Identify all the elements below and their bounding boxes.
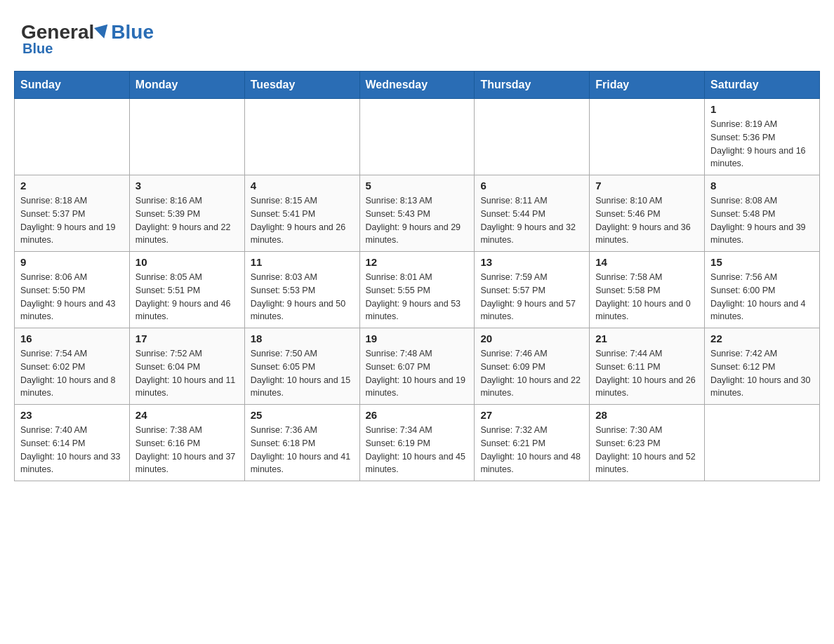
calendar-cell: 24Sunrise: 7:38 AMSunset: 6:16 PMDayligh… xyxy=(129,405,244,481)
calendar-cell: 23Sunrise: 7:40 AMSunset: 6:14 PMDayligh… xyxy=(15,405,130,481)
weekday-header-thursday: Thursday xyxy=(475,72,590,99)
day-number: 27 xyxy=(480,409,583,421)
day-info: Sunrise: 7:42 AMSunset: 6:12 PMDaylight:… xyxy=(710,347,814,400)
calendar-cell: 16Sunrise: 7:54 AMSunset: 6:02 PMDayligh… xyxy=(15,328,130,405)
calendar-cell: 13Sunrise: 7:59 AMSunset: 5:57 PMDayligh… xyxy=(475,252,590,328)
day-info: Sunrise: 7:50 AMSunset: 6:05 PMDaylight:… xyxy=(251,347,354,400)
day-number: 21 xyxy=(595,333,699,344)
day-number: 23 xyxy=(20,409,124,421)
day-number: 28 xyxy=(595,409,699,421)
calendar-cell: 8Sunrise: 8:08 AMSunset: 5:48 PMDaylight… xyxy=(705,175,820,252)
calendar-week-row: 1Sunrise: 8:19 AMSunset: 5:36 PMDaylight… xyxy=(15,99,820,175)
day-info: Sunrise: 7:59 AMSunset: 5:57 PMDaylight:… xyxy=(480,271,583,323)
day-info: Sunrise: 8:10 AMSunset: 5:46 PMDaylight:… xyxy=(595,194,699,247)
day-info: Sunrise: 7:52 AMSunset: 6:04 PMDaylight:… xyxy=(135,347,239,400)
day-number: 18 xyxy=(251,333,354,344)
day-info: Sunrise: 7:46 AMSunset: 6:09 PMDaylight:… xyxy=(480,347,583,400)
calendar-cell: 19Sunrise: 7:48 AMSunset: 6:07 PMDayligh… xyxy=(359,328,475,405)
calendar-header-row: SundayMondayTuesdayWednesdayThursdayFrid… xyxy=(15,72,820,99)
day-number: 26 xyxy=(366,409,469,421)
calendar-cell: 10Sunrise: 8:05 AMSunset: 5:51 PMDayligh… xyxy=(129,252,244,328)
calendar-cell: 26Sunrise: 7:34 AMSunset: 6:19 PMDayligh… xyxy=(359,405,475,481)
calendar-cell: 25Sunrise: 7:36 AMSunset: 6:18 PMDayligh… xyxy=(244,405,359,481)
calendar-week-row: 2Sunrise: 8:18 AMSunset: 5:37 PMDaylight… xyxy=(15,175,820,252)
page-header: General Blue Blue xyxy=(14,14,820,57)
day-number: 14 xyxy=(595,256,699,268)
day-number: 3 xyxy=(135,180,239,192)
day-info: Sunrise: 7:38 AMSunset: 6:16 PMDaylight:… xyxy=(135,424,239,476)
weekday-header-saturday: Saturday xyxy=(705,72,820,99)
calendar-cell: 12Sunrise: 8:01 AMSunset: 5:55 PMDayligh… xyxy=(359,252,475,328)
calendar-cell xyxy=(359,99,475,175)
calendar-week-row: 23Sunrise: 7:40 AMSunset: 6:14 PMDayligh… xyxy=(15,405,820,481)
day-info: Sunrise: 7:58 AMSunset: 5:58 PMDaylight:… xyxy=(595,271,699,323)
calendar-cell xyxy=(244,99,359,175)
calendar-cell: 14Sunrise: 7:58 AMSunset: 5:58 PMDayligh… xyxy=(590,252,705,328)
day-info: Sunrise: 7:44 AMSunset: 6:11 PMDaylight:… xyxy=(595,347,699,400)
day-info: Sunrise: 8:16 AMSunset: 5:39 PMDaylight:… xyxy=(135,194,239,247)
day-number: 9 xyxy=(20,256,124,268)
day-number: 10 xyxy=(135,256,239,268)
day-number: 5 xyxy=(366,180,469,192)
day-number: 15 xyxy=(710,256,814,268)
day-info: Sunrise: 8:19 AMSunset: 5:36 PMDaylight:… xyxy=(710,118,814,170)
day-info: Sunrise: 8:01 AMSunset: 5:55 PMDaylight:… xyxy=(366,271,469,323)
day-info: Sunrise: 8:18 AMSunset: 5:37 PMDaylight:… xyxy=(20,194,124,247)
logo-blue: Blue xyxy=(111,21,154,43)
calendar-cell: 3Sunrise: 8:16 AMSunset: 5:39 PMDaylight… xyxy=(129,175,244,252)
weekday-header-tuesday: Tuesday xyxy=(244,72,359,99)
day-number: 20 xyxy=(480,333,583,344)
day-number: 8 xyxy=(710,180,814,192)
calendar-cell xyxy=(705,405,820,481)
day-number: 1 xyxy=(710,103,814,115)
calendar-cell: 11Sunrise: 8:03 AMSunset: 5:53 PMDayligh… xyxy=(244,252,359,328)
calendar-cell: 7Sunrise: 8:10 AMSunset: 5:46 PMDaylight… xyxy=(590,175,705,252)
day-number: 4 xyxy=(251,180,354,192)
day-number: 22 xyxy=(710,333,814,344)
calendar-cell: 18Sunrise: 7:50 AMSunset: 6:05 PMDayligh… xyxy=(244,328,359,405)
calendar-cell: 5Sunrise: 8:13 AMSunset: 5:43 PMDaylight… xyxy=(359,175,475,252)
calendar-cell: 28Sunrise: 7:30 AMSunset: 6:23 PMDayligh… xyxy=(590,405,705,481)
day-info: Sunrise: 8:11 AMSunset: 5:44 PMDaylight:… xyxy=(480,194,583,247)
day-number: 2 xyxy=(20,180,124,192)
day-number: 17 xyxy=(135,333,239,344)
calendar-cell: 2Sunrise: 8:18 AMSunset: 5:37 PMDaylight… xyxy=(15,175,130,252)
day-info: Sunrise: 8:15 AMSunset: 5:41 PMDaylight:… xyxy=(251,194,354,247)
day-info: Sunrise: 7:36 AMSunset: 6:18 PMDaylight:… xyxy=(251,424,354,476)
calendar-cell: 1Sunrise: 8:19 AMSunset: 5:36 PMDaylight… xyxy=(705,99,820,175)
weekday-header-wednesday: Wednesday xyxy=(359,72,475,99)
logo-triangle-icon xyxy=(94,25,111,41)
calendar-cell xyxy=(15,99,130,175)
day-info: Sunrise: 7:34 AMSunset: 6:19 PMDaylight:… xyxy=(366,424,469,476)
calendar-week-row: 16Sunrise: 7:54 AMSunset: 6:02 PMDayligh… xyxy=(15,328,820,405)
calendar-week-row: 9Sunrise: 8:06 AMSunset: 5:50 PMDaylight… xyxy=(15,252,820,328)
day-number: 11 xyxy=(251,256,354,268)
logo-underline: Blue xyxy=(22,41,53,57)
weekday-header-friday: Friday xyxy=(590,72,705,99)
logo: General Blue Blue xyxy=(21,21,154,57)
weekday-header-sunday: Sunday xyxy=(15,72,130,99)
calendar-cell: 22Sunrise: 7:42 AMSunset: 6:12 PMDayligh… xyxy=(705,328,820,405)
calendar-table: SundayMondayTuesdayWednesdayThursdayFrid… xyxy=(14,71,820,481)
calendar-cell: 4Sunrise: 8:15 AMSunset: 5:41 PMDaylight… xyxy=(244,175,359,252)
day-number: 16 xyxy=(20,333,124,344)
weekday-header-monday: Monday xyxy=(129,72,244,99)
day-info: Sunrise: 8:03 AMSunset: 5:53 PMDaylight:… xyxy=(251,271,354,323)
day-info: Sunrise: 8:13 AMSunset: 5:43 PMDaylight:… xyxy=(366,194,469,247)
calendar-cell xyxy=(475,99,590,175)
calendar-cell: 20Sunrise: 7:46 AMSunset: 6:09 PMDayligh… xyxy=(475,328,590,405)
calendar-cell: 6Sunrise: 8:11 AMSunset: 5:44 PMDaylight… xyxy=(475,175,590,252)
day-number: 7 xyxy=(595,180,699,192)
day-info: Sunrise: 7:54 AMSunset: 6:02 PMDaylight:… xyxy=(20,347,124,400)
calendar-cell: 21Sunrise: 7:44 AMSunset: 6:11 PMDayligh… xyxy=(590,328,705,405)
calendar-cell: 15Sunrise: 7:56 AMSunset: 6:00 PMDayligh… xyxy=(705,252,820,328)
calendar-cell xyxy=(129,99,244,175)
day-info: Sunrise: 7:40 AMSunset: 6:14 PMDaylight:… xyxy=(20,424,124,476)
day-number: 24 xyxy=(135,409,239,421)
day-info: Sunrise: 7:32 AMSunset: 6:21 PMDaylight:… xyxy=(480,424,583,476)
day-number: 25 xyxy=(251,409,354,421)
calendar-cell xyxy=(590,99,705,175)
calendar-cell: 9Sunrise: 8:06 AMSunset: 5:50 PMDaylight… xyxy=(15,252,130,328)
day-info: Sunrise: 7:30 AMSunset: 6:23 PMDaylight:… xyxy=(595,424,699,476)
day-number: 13 xyxy=(480,256,583,268)
